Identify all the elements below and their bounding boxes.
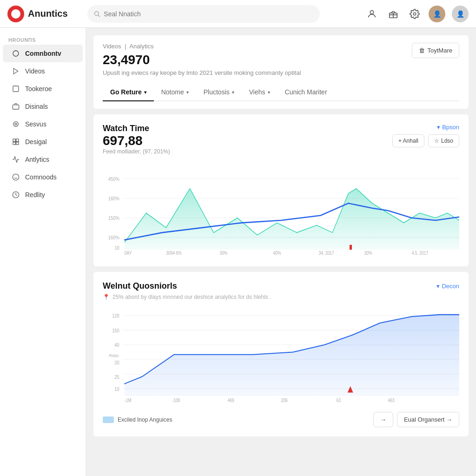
sidebar-item-desigal[interactable]: Desigal [3,133,83,151]
search-bar[interactable] [87,5,320,23]
svg-point-4 [413,13,416,15]
page-header: Videos | Analytics 23,4970 Upuslt ing ev… [93,35,469,109]
svg-text:10: 10 [114,245,119,251]
svg-text:10: 10 [114,386,119,392]
svg-text:63: 63 [337,398,341,403]
sidebar-label-sesvus: Sesvus [25,120,46,128]
svg-text:0AY: 0AY [125,250,132,256]
sidebar-item-redlity[interactable]: Redlity [3,186,83,204]
user-icon[interactable] [364,7,379,21]
legend: Exciled Inop Anguices [103,416,172,423]
tab-go-reture[interactable]: Go Reture ▾ [103,84,154,101]
sesvus-icon [11,119,20,129]
watch-time-actions: + Anhall ☆ Ldso [392,134,459,147]
avatar-primary[interactable]: 👤 [429,6,445,22]
topnav: Anuntics 👤 👤 [0,0,476,28]
svg-text:34, 2017: 34, 2017 [318,250,334,256]
svg-text:25: 25 [114,374,119,380]
decon-label: Decon [442,283,459,290]
svg-text:40: 40 [114,342,119,348]
legend-box [103,416,114,423]
main: Videos | Analytics 23,4970 Upuslt ing ev… [86,28,476,476]
sidebar-label-comnoods: Comnoods [25,173,57,181]
ldso-button[interactable]: ☆ Ldso [428,134,459,147]
pin-icon: 📍 [103,294,110,300]
settings-icon[interactable] [407,7,422,21]
disinals-icon [11,102,20,111]
svg-point-9 [15,123,17,125]
bottom-actions: → Eual Organsert → [373,412,459,427]
comnoods-icon [11,172,20,182]
tab-pluctosis[interactable]: Pluctosis ▾ [196,84,242,101]
search-input[interactable] [104,10,313,18]
svg-marker-6 [13,68,18,74]
nav-icons: 👤 👤 [364,6,469,22]
svg-point-15 [13,174,19,180]
sidebar-label-comnbontv: Comnbontv [25,50,61,57]
anhall-button[interactable]: + Anhall [392,134,424,147]
eual-organsert-button[interactable]: Eual Organsert → [397,412,459,427]
video-icon [11,66,20,76]
tookeroe-icon [11,84,20,93]
svg-text:463: 463 [388,398,395,403]
chevron-down-icon: ▾ [186,90,189,95]
sidebar-section-label: HROUNΠS [0,33,86,45]
tab-cunich-mariter[interactable]: Cunich Mariter [278,84,335,101]
logo-inner [11,9,20,19]
svg-rect-12 [16,139,19,141]
tab-viehs[interactable]: Viehs ▾ [242,84,278,101]
avatar-secondary[interactable]: 👤 [452,6,469,22]
legend-label: Exciled Inop Anguices [118,416,172,423]
sidebar-item-comnbontv[interactable]: Comnbontv [3,45,83,62]
svg-text:Rorps: Rorps [109,353,119,358]
bottom-card-footer: Exciled Inop Anguices → Eual Organsert → [103,412,459,427]
svg-rect-36 [350,245,352,250]
svg-text:150%: 150% [108,215,119,221]
redlity-icon [11,190,20,199]
sidebar-item-tookeroe[interactable]: Tookeroe [3,80,83,98]
search-icon [94,11,100,17]
sidebar-label-antlytics: Antlytics [25,156,49,163]
bottom-card-title: Welnut Quosniorls [103,281,177,291]
sidebar-item-comnoods[interactable]: Comnoods [3,168,83,186]
bottom-card-collapse[interactable]: ▾ Decon [436,283,459,290]
svg-text:3094 6%: 3094 6% [166,250,182,256]
svg-text:160%: 160% [108,195,119,201]
watch-time-title: Watch Time [103,124,170,133]
bottom-card-subtitle: 📍 25% abont by dlays mnnned our deshice … [103,294,459,300]
tab-notome[interactable]: Notome ▾ [154,84,196,101]
svg-rect-8 [13,105,19,109]
bottom-card: Welnut Quosniorls ▾ Decon 📍 25% abont by… [93,272,469,436]
forward-button[interactable]: → [373,412,393,427]
svg-text:120: 120 [112,312,119,318]
svg-text:20: 20 [114,359,119,365]
sidebar-item-antlytics[interactable]: Antlytics [3,151,83,168]
antlytics-icon [11,155,20,164]
toytnare-button[interactable]: 🗑 ToytMare [412,43,459,58]
trash-icon: 🗑 [419,47,425,54]
sidebar-item-sesvus[interactable]: Sesvus [3,115,83,133]
sidebar-label-tookeroe: Tookeroe [25,85,52,93]
svg-text:206: 206 [281,398,288,403]
chevron-down-icon: ▾ [268,90,270,95]
tab-bar: Go Reture ▾ Notome ▾ Pluctosis ▾ Viehs ▾ [103,84,459,101]
svg-text:-108: -108 [172,398,180,403]
svg-text:450%: 450% [108,176,119,182]
svg-text:40%: 40% [273,250,281,256]
sidebar-label-videos: Videos [25,67,45,75]
sidebar-item-disinals[interactable]: Disinals [3,98,83,115]
toytnare-label: ToytMare [428,47,452,54]
sidebar-item-videos[interactable]: Videos [3,62,83,80]
gift-icon[interactable] [386,7,401,21]
watch-time-chart: 450% 160% 150% 160% 10 0AY 3094 6% 30% 4… [103,164,459,257]
svg-rect-14 [16,142,19,145]
sidebar: HROUNΠS Comnbontv Videos Tookeroe Disina… [0,28,86,476]
bottom-card-header: Welnut Quosniorls ▾ Decon [103,281,459,291]
watch-time-metric: 697,88 [103,133,170,148]
sidebar-label-disinals: Disinals [25,103,48,110]
watch-time-collapse[interactable]: ▾ Bpson [437,124,459,131]
svg-point-2 [370,10,373,13]
svg-rect-11 [13,139,15,141]
app-title: Anuntics [28,8,68,19]
svg-point-5 [13,51,19,56]
